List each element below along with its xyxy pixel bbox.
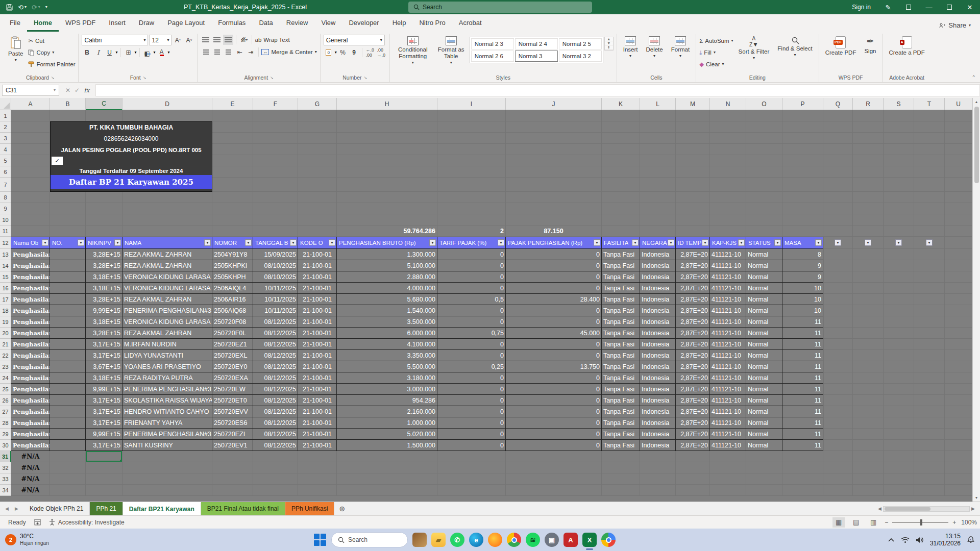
- cell-M5[interactable]: [676, 155, 710, 166]
- column-header-S[interactable]: S: [884, 98, 914, 110]
- conditional-formatting-button[interactable]: Conditional Formatting▾: [393, 35, 433, 66]
- grid[interactable]: ABCDEFGHIJKLMNOPQRSTU123456789101159.764…: [0, 98, 972, 502]
- cell-J8[interactable]: [506, 192, 602, 203]
- cell-I31[interactable]: [437, 451, 506, 462]
- cell-L16[interactable]: Indonesia: [640, 283, 676, 294]
- cell-P15[interactable]: 9: [782, 271, 823, 283]
- cell-L11[interactable]: [640, 226, 676, 237]
- cell-P19[interactable]: 11: [782, 316, 823, 328]
- cell-N29[interactable]: 411121-10: [710, 429, 746, 440]
- cell-L9[interactable]: [640, 203, 676, 214]
- cell-S17[interactable]: [884, 294, 914, 305]
- cell-T2[interactable]: [914, 121, 945, 133]
- cell-A3[interactable]: [11, 133, 50, 144]
- cell-I25[interactable]: 0: [437, 384, 506, 395]
- cell-M1[interactable]: [676, 110, 710, 121]
- cell-D29[interactable]: PENERIMA PENGHASILAN#3: [122, 429, 212, 440]
- cell-S27[interactable]: [884, 406, 914, 417]
- cell-U27[interactable]: [945, 406, 972, 417]
- cell-R31[interactable]: [853, 451, 884, 462]
- cell-R9[interactable]: [853, 203, 884, 214]
- cell-O17[interactable]: Normal: [746, 294, 782, 305]
- cell-T21[interactable]: [914, 339, 945, 350]
- cell-S6[interactable]: [884, 166, 914, 178]
- cell-E26[interactable]: 250720ET0: [212, 395, 253, 406]
- decrease-font-icon[interactable]: A˅: [184, 35, 194, 45]
- cell-T17[interactable]: [914, 294, 945, 305]
- cell-D16[interactable]: VERONICA KIDUNG LARASA: [122, 283, 212, 294]
- row-header-17[interactable]: 17: [0, 294, 11, 305]
- cell-K18[interactable]: Tanpa Fasi: [602, 305, 640, 316]
- column-header-L[interactable]: L: [640, 98, 676, 110]
- row-header-34[interactable]: 34: [0, 485, 11, 496]
- cell-F30[interactable]: 08/12/2025: [253, 440, 298, 451]
- cell-D9[interactable]: [122, 203, 212, 214]
- cell-U23[interactable]: [945, 361, 972, 372]
- column-header-C[interactable]: C: [86, 98, 122, 110]
- cell-D15[interactable]: VERONICA KIDUNG LARASA: [122, 271, 212, 283]
- cell-U26[interactable]: [945, 395, 972, 406]
- cell-M28[interactable]: 2,87E+20: [676, 417, 710, 429]
- cell-C25[interactable]: 9,99E+15: [86, 384, 122, 395]
- whatsapp-icon[interactable]: ✆: [450, 533, 464, 547]
- cell-J26[interactable]: 0: [506, 395, 602, 406]
- column-header-T[interactable]: T: [914, 98, 945, 110]
- cell-L26[interactable]: Indonesia: [640, 395, 676, 406]
- cell-E28[interactable]: 250720ES6: [212, 417, 253, 429]
- cell-D17[interactable]: REZA AKMAL ZAHRAN: [122, 294, 212, 305]
- cell-C1[interactable]: [86, 110, 122, 121]
- cell-K23[interactable]: Tanpa Fasi: [602, 361, 640, 372]
- cell-L12[interactable]: NEGARA▼: [640, 237, 676, 249]
- cell-L23[interactable]: Indonesia: [640, 361, 676, 372]
- cell-O12[interactable]: STATUS▼: [746, 237, 782, 249]
- cell-Q6[interactable]: [823, 166, 853, 178]
- cell-U18[interactable]: [945, 305, 972, 316]
- cell-T32[interactable]: [914, 462, 945, 473]
- font-size-combo[interactable]: 12▾: [149, 35, 172, 45]
- notification-bell-icon[interactable]: z: [967, 536, 975, 544]
- cell-M27[interactable]: 2,87E+20: [676, 406, 710, 417]
- cell-J30[interactable]: 0: [506, 440, 602, 451]
- cell-J21[interactable]: 0: [506, 339, 602, 350]
- cell-I12[interactable]: TARIF PAJAK (%)▼: [437, 237, 506, 249]
- cell-J2[interactable]: [506, 121, 602, 133]
- cell-R20[interactable]: [853, 328, 884, 339]
- increase-font-icon[interactable]: A^: [173, 35, 183, 45]
- cell-O20[interactable]: Normal: [746, 328, 782, 339]
- number-format-combo[interactable]: General▾: [324, 35, 385, 45]
- cell-R26[interactable]: [853, 395, 884, 406]
- cell-I16[interactable]: 0: [437, 283, 506, 294]
- format-cells-button[interactable]: Format▾: [668, 35, 693, 60]
- cell-S23[interactable]: [884, 361, 914, 372]
- cell-T9[interactable]: [914, 203, 945, 214]
- cell-E22[interactable]: 250720EXL: [212, 350, 253, 361]
- cell-R3[interactable]: [853, 133, 884, 144]
- cell-Q15[interactable]: [823, 271, 853, 283]
- filter-dropdown-icon[interactable]: ▼: [204, 239, 211, 246]
- row-header-15[interactable]: 15: [0, 271, 11, 283]
- cell-B8[interactable]: [50, 192, 86, 203]
- cell-F11[interactable]: [253, 226, 298, 237]
- align-left-icon[interactable]: [201, 47, 211, 57]
- cell-E18[interactable]: 2506AIQ68: [212, 305, 253, 316]
- row-header-4[interactable]: 4: [0, 144, 11, 155]
- format-painter-button[interactable]: Format Painter: [28, 59, 75, 69]
- cell-U9[interactable]: [945, 203, 972, 214]
- cell-style-item[interactable]: Normal 3: [515, 51, 558, 62]
- cell-G14[interactable]: 21-100-01: [298, 260, 337, 271]
- cell-O4[interactable]: [746, 144, 782, 155]
- row-header-14[interactable]: 14: [0, 260, 11, 271]
- cell-R16[interactable]: [853, 283, 884, 294]
- cell-N28[interactable]: 411121-10: [710, 417, 746, 429]
- cell-J23[interactable]: 13.750: [506, 361, 602, 372]
- cell-style-item[interactable]: Normal 2 4: [515, 38, 558, 49]
- cell-G24[interactable]: 21-100-01: [298, 372, 337, 384]
- cell-T16[interactable]: [914, 283, 945, 294]
- cell-Q30[interactable]: [823, 440, 853, 451]
- cell-M22[interactable]: 2,87E+20: [676, 350, 710, 361]
- filter-dropdown-icon[interactable]: ▼: [290, 239, 297, 246]
- delete-cells-button[interactable]: Delete▾: [643, 35, 666, 60]
- cell-K26[interactable]: Tanpa Fasi: [602, 395, 640, 406]
- cell-E7[interactable]: [212, 178, 253, 192]
- align-middle-icon[interactable]: [212, 35, 222, 45]
